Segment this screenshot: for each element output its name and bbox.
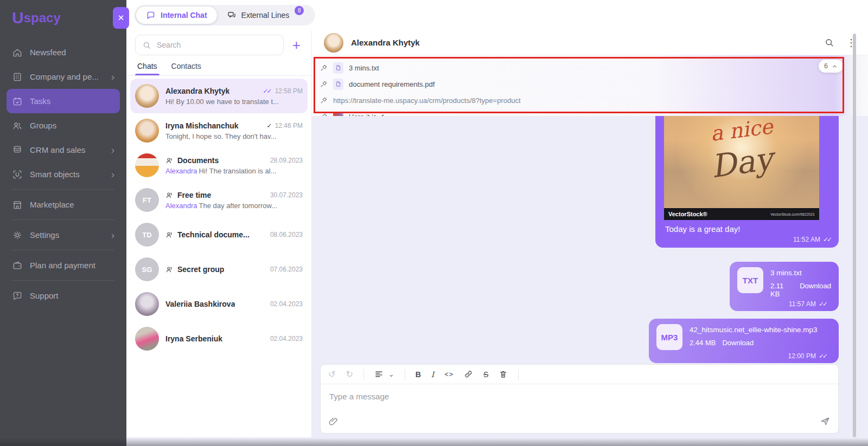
pinned-item[interactable]: document requirements.pdf xyxy=(320,76,868,92)
avatar xyxy=(135,292,159,316)
link-button[interactable] xyxy=(464,370,473,379)
chat-bubble-icon xyxy=(146,10,156,20)
uspacy-logo[interactable]: Uspacy xyxy=(0,0,126,35)
read-check-icon: ✓✓ xyxy=(819,300,828,308)
new-chat-button[interactable]: + xyxy=(290,38,303,52)
italic-button[interactable]: I xyxy=(431,370,435,379)
sidebar-item-label: Marketplace xyxy=(30,200,114,209)
chat-list-item[interactable]: SG Secret group 07.06.2023 xyxy=(130,252,308,287)
download-link[interactable]: Download xyxy=(800,282,831,298)
message-time: 11:52 AM xyxy=(793,236,820,243)
pin-icon xyxy=(320,64,328,72)
file-icon xyxy=(333,79,343,90)
bold-button[interactable]: B xyxy=(416,370,421,379)
sidebar-item-support[interactable]: Support xyxy=(7,283,120,308)
pinned-item[interactable]: Here it is ✔ xyxy=(320,108,868,116)
building-icon xyxy=(12,72,23,82)
read-check-icon: ✓ xyxy=(267,122,272,130)
sidebar-item-settings[interactable]: Settings › xyxy=(7,223,120,247)
close-panel-button[interactable]: ✕ xyxy=(113,7,129,29)
toolbar-divider xyxy=(518,369,519,380)
chat-list-item[interactable]: Iryna Serbeniuk 02.04.2023 xyxy=(130,321,308,356)
sidebar-item-tasks[interactable]: Tasks xyxy=(7,89,120,113)
avatar xyxy=(135,327,159,351)
file-type-chip: TXT xyxy=(737,267,763,293)
home-icon xyxy=(12,47,23,58)
sidebar-divider xyxy=(12,219,114,220)
search-input[interactable] xyxy=(157,41,277,49)
pinned-item[interactable]: https://translate-me.uspacy.ua/crm/produ… xyxy=(320,92,868,108)
input-placeholder: Type a message xyxy=(329,392,389,401)
sidebar-item-marketplace[interactable]: Marketplace xyxy=(7,192,120,217)
chat-list-tabs: Chats Contacts xyxy=(126,59,311,76)
chevron-right-icon: › xyxy=(111,169,114,179)
message-input[interactable]: Type a message xyxy=(321,384,838,416)
sidebar-item-label: Newsfeed xyxy=(30,48,114,57)
pin-icon xyxy=(320,96,328,105)
sidebar-item-label: Company and pe... xyxy=(30,72,104,81)
strikethrough-button[interactable]: S xyxy=(483,370,488,379)
read-check-icon: ✓✓ xyxy=(263,87,272,95)
download-link[interactable]: Download xyxy=(722,339,754,347)
toolbar-divider xyxy=(405,369,405,380)
tab-internal-chat[interactable]: Internal Chat xyxy=(136,7,217,24)
storefront-icon xyxy=(12,199,23,210)
chevron-down-icon[interactable]: ⌄ xyxy=(388,370,394,378)
message-time: 12:00 PM xyxy=(788,352,816,360)
image-watermark-bar: VectorStock® VectorStock.com/9622021 xyxy=(664,208,819,220)
read-check-icon: ✓✓ xyxy=(823,236,832,243)
avatar: FT xyxy=(135,188,159,212)
group-icon xyxy=(165,230,174,239)
chevron-right-icon: › xyxy=(111,230,114,240)
chat-list-item[interactable]: Documents 28.09.2023 AlexandraHi! The tr… xyxy=(130,148,308,183)
message-area: Have a nice Day VectorStock® VectorStock… xyxy=(312,55,868,446)
support-icon xyxy=(12,290,23,301)
code-button[interactable]: <> xyxy=(444,371,454,378)
sidebar-item-groups[interactable]: Groups xyxy=(7,113,120,138)
calendar-check-icon xyxy=(12,96,23,107)
search-icon[interactable] xyxy=(824,37,834,48)
avatar: TD xyxy=(135,223,159,247)
sidebar-item-plan-payment[interactable]: Plan and payment xyxy=(7,253,120,277)
message-bubble-file: TXT 3 mins.txt 2.11 KB Download 11:57 AM… xyxy=(730,262,839,311)
chevron-right-icon: › xyxy=(111,72,114,82)
chat-list-item[interactable]: Valeriia Bashkirova 02.04.2023 xyxy=(130,287,308,321)
sidebar-item-label: Support xyxy=(30,291,114,300)
group-icon xyxy=(165,156,174,165)
chat-list-item[interactable]: TD Technical docume... 08.06.2023 xyxy=(130,217,308,252)
sidebar-item-label: Groups xyxy=(30,121,114,130)
sidebar-item-smart-objects[interactable]: Smart objects › xyxy=(7,162,120,186)
sidebar-item-label: Plan and payment xyxy=(30,261,114,270)
format-toolbar: ↺ ↻ ⌄ B I <> S xyxy=(321,365,838,384)
redo-icon[interactable]: ↻ xyxy=(346,369,353,379)
trash-button[interactable] xyxy=(499,370,508,379)
sidebar-divider xyxy=(12,250,114,250)
close-icon: ✕ xyxy=(118,13,125,23)
chat-topbar: Internal Chat External Lines 8 xyxy=(126,0,868,30)
sidebar-divider xyxy=(12,280,114,281)
undo-icon[interactable]: ↺ xyxy=(328,369,335,379)
sidebar-item-newsfeed[interactable]: Newsfeed xyxy=(7,40,120,64)
logo-u-icon: U xyxy=(12,9,23,27)
groups-icon xyxy=(12,120,23,131)
attach-file-icon[interactable] xyxy=(328,416,339,426)
tab-chats[interactable]: Chats xyxy=(137,62,157,75)
vertical-scrollbar[interactable] xyxy=(853,34,856,437)
pinned-item[interactable]: 3 mins.txt xyxy=(320,60,868,76)
send-button[interactable] xyxy=(820,416,831,426)
tab-external-lines[interactable]: External Lines 8 xyxy=(217,7,314,24)
pin-icon xyxy=(320,80,328,88)
search-box xyxy=(135,35,284,55)
align-icon[interactable] xyxy=(374,370,384,379)
plus-icon: + xyxy=(292,37,301,53)
sidebar-item-crm[interactable]: CRM and sales › xyxy=(7,138,120,162)
tab-contacts[interactable]: Contacts xyxy=(171,62,201,75)
chat-list-item[interactable]: FT Free time 30.07.2023 AlexandraThe day… xyxy=(130,183,308,217)
chat-list-item[interactable]: Iryna Mishchanchuk ✓12:46 PM Tonight, I … xyxy=(130,113,308,148)
sidebar-item-company[interactable]: Company and pe... › xyxy=(7,64,120,89)
chat-list-item[interactable]: Alexandra Khytyk ✓✓12:58 PM Hi! By 10.00… xyxy=(130,79,308,113)
chevron-up-icon xyxy=(832,63,838,69)
pinned-count-badge[interactable]: 6 xyxy=(819,60,843,73)
avatar xyxy=(135,153,159,177)
message-time: 11:57 AM xyxy=(789,300,816,308)
